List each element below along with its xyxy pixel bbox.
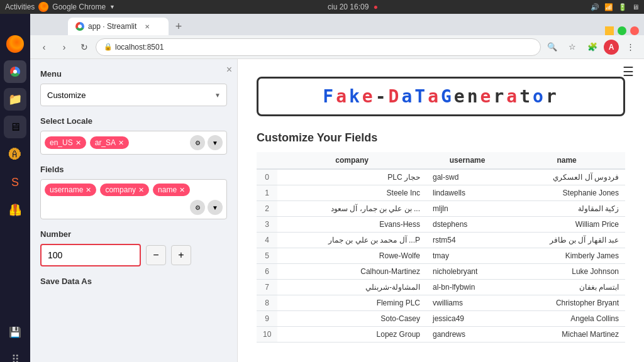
title-G: G bbox=[441, 86, 454, 107]
volume-icon: 🔊 bbox=[591, 3, 599, 11]
cell-username: jessica49 bbox=[426, 311, 508, 327]
taskbar-files[interactable]: 📁 bbox=[4, 88, 26, 111]
field-tag-name[interactable]: name ✕ bbox=[153, 184, 190, 196]
cell-idx: 3 bbox=[257, 217, 277, 233]
field-tag-company-close[interactable]: ✕ bbox=[138, 186, 144, 194]
number-section: Number − + bbox=[40, 229, 227, 266]
back-button[interactable]: ‹ bbox=[35, 38, 53, 56]
title-a4: a bbox=[506, 86, 519, 107]
table-row: 5 Rowe-Wolfe tmay Kimberly James bbox=[257, 248, 625, 264]
tab-bar: app · Streamlit ✕ + bbox=[30, 14, 644, 35]
url-bar[interactable]: 🔒 localhost:8501 bbox=[96, 38, 541, 56]
title-a1: a bbox=[336, 86, 349, 107]
taskbar-vlc[interactable]: 🦺 bbox=[4, 199, 26, 221]
time-display: ciu 20 16:09 bbox=[328, 3, 369, 11]
title-a2: a bbox=[401, 86, 414, 107]
col-header-company: company bbox=[277, 152, 426, 169]
table-row: 3 Evans-Hess dstephens William Price bbox=[257, 217, 625, 233]
cell-username: dstephens bbox=[426, 217, 508, 233]
cell-idx: 7 bbox=[257, 280, 277, 295]
os-bar-center: ciu 20 16:09 ● bbox=[120, 3, 586, 11]
title-f: F bbox=[323, 86, 336, 107]
reload-button[interactable]: ↻ bbox=[75, 38, 93, 56]
fields-tags-container: username ✕ company ✕ name ✕ ⚙ bbox=[40, 179, 227, 219]
table-row: 1 Steele Inc lindawells Stephanie Jones bbox=[257, 185, 625, 201]
fields-settings-btn[interactable]: ⚙ bbox=[190, 200, 205, 215]
navigation-bar: ‹ › ↻ 🔒 localhost:8501 🔍 ☆ 🧩 A ⋮ bbox=[30, 35, 644, 59]
save-label: Save Data As bbox=[40, 277, 227, 286]
taskbar-chrome[interactable] bbox=[4, 60, 26, 83]
maximize-button[interactable] bbox=[618, 26, 626, 35]
new-tab-button[interactable]: + bbox=[170, 18, 187, 35]
number-input[interactable] bbox=[40, 244, 141, 266]
taskbar: 📁 🖥 🅐 S 🦺 💾 ⠿ bbox=[0, 28, 30, 362]
cell-name: عبد القهار آل بن طافر bbox=[508, 233, 625, 248]
number-increment-button[interactable]: + bbox=[171, 245, 191, 265]
table-row: 0 حجار PLC gal-swd فردوس آل العسكري bbox=[257, 169, 625, 185]
cell-idx: 8 bbox=[257, 295, 277, 311]
cell-company: ... بن علي بن جمار، آل سعود bbox=[277, 201, 426, 217]
tab-close-button[interactable]: ✕ bbox=[143, 22, 152, 31]
field-tag-username[interactable]: username ✕ bbox=[45, 184, 96, 196]
locale-dropdown-btn[interactable]: ▼ bbox=[208, 135, 223, 150]
locale-tag-en-us[interactable]: en_US ✕ bbox=[45, 136, 86, 149]
col-header-username: username bbox=[426, 152, 508, 169]
lock-icon: 🔒 bbox=[104, 43, 113, 51]
close-button[interactable] bbox=[630, 26, 639, 35]
sidebar-close-button[interactable]: × bbox=[226, 64, 232, 75]
table-row: 4 P... آل محمد بن علي بن جمار rstm54 عبد… bbox=[257, 233, 625, 248]
menu-label: Menu bbox=[40, 69, 227, 79]
cell-name: Luke Johnson bbox=[508, 264, 625, 280]
search-icon-btn[interactable]: 🔍 bbox=[543, 38, 561, 56]
table-row: 8 Fleming PLC vwilliams Christopher Brya… bbox=[257, 295, 625, 311]
dropdown-arrow-icon[interactable]: ▼ bbox=[109, 4, 115, 10]
tab-title: app · Streamlit bbox=[88, 22, 136, 31]
locale-tag-en-us-close[interactable]: ✕ bbox=[75, 139, 81, 147]
title-t1: t bbox=[519, 86, 533, 107]
taskbar-usb[interactable]: 💾 bbox=[4, 321, 26, 343]
cell-username: tmay bbox=[426, 248, 508, 264]
extensions-icon-btn[interactable]: 🧩 bbox=[584, 38, 601, 56]
locale-tag-ar-sa-close[interactable]: ✕ bbox=[118, 139, 124, 147]
locale-tag-ar-sa[interactable]: ar_SA ✕ bbox=[90, 136, 129, 149]
cell-name: Kimberly James bbox=[508, 248, 625, 264]
field-tag-name-close[interactable]: ✕ bbox=[179, 186, 185, 194]
taskbar-appstore[interactable]: 🅐 bbox=[4, 143, 26, 166]
os-bar-left: Activities Google Chrome ▼ bbox=[5, 2, 115, 12]
cell-company: Rowe-Wolfe bbox=[277, 248, 426, 264]
os-bar-right: 🔊 📶 🔋 🖥 bbox=[591, 3, 639, 11]
fields-dropdown-btn[interactable]: ▼ bbox=[208, 200, 223, 215]
fields-section: Fields username ✕ company ✕ name ✕ bbox=[40, 165, 227, 219]
forward-button[interactable]: › bbox=[55, 38, 73, 56]
cell-name: Christopher Bryant bbox=[508, 295, 625, 311]
field-tag-company[interactable]: company ✕ bbox=[100, 184, 149, 196]
hamburger-menu-button[interactable]: ☰ bbox=[623, 64, 634, 79]
menu-icon-btn[interactable]: ⋮ bbox=[621, 38, 639, 56]
cell-username: al-bn-lfybwin bbox=[426, 280, 508, 295]
field-tag-username-close[interactable]: ✕ bbox=[86, 186, 91, 194]
activities-label[interactable]: Activities bbox=[5, 3, 35, 11]
bookmark-icon-btn[interactable]: ☆ bbox=[564, 38, 581, 56]
cell-idx: 1 bbox=[257, 185, 277, 201]
cell-company: Calhoun-Martinez bbox=[277, 264, 426, 280]
menu-select-wrapper[interactable]: Customize ▼ bbox=[40, 84, 227, 106]
taskbar-firefox[interactable] bbox=[4, 33, 26, 55]
app-content: × Menu Customize ▼ Select Locale en_US bbox=[30, 59, 644, 362]
title-r2: r bbox=[546, 86, 559, 107]
cell-username: nicholebryant bbox=[426, 264, 508, 280]
taskbar-sublime[interactable]: S bbox=[4, 171, 26, 194]
browser-tab[interactable]: app · Streamlit ✕ bbox=[68, 18, 169, 35]
menu-select[interactable]: Customize bbox=[40, 84, 227, 106]
cell-company: Soto-Casey bbox=[277, 311, 426, 327]
taskbar-apps[interactable]: ⠿ bbox=[4, 348, 26, 362]
locale-settings-btn[interactable]: ⚙ bbox=[190, 135, 205, 150]
cell-idx: 5 bbox=[257, 248, 277, 264]
browser-nav-icons: 🔍 ☆ 🧩 A ⋮ bbox=[543, 38, 639, 56]
minimize-button[interactable] bbox=[605, 26, 614, 35]
taskbar-terminal[interactable]: 🖥 bbox=[4, 116, 26, 138]
profile-avatar[interactable]: A bbox=[604, 40, 619, 55]
cell-name: زكية المقاولة bbox=[508, 201, 625, 217]
number-decrement-button[interactable]: − bbox=[146, 245, 166, 265]
title-k: k bbox=[349, 86, 362, 107]
cell-username: gandrews bbox=[426, 327, 508, 343]
